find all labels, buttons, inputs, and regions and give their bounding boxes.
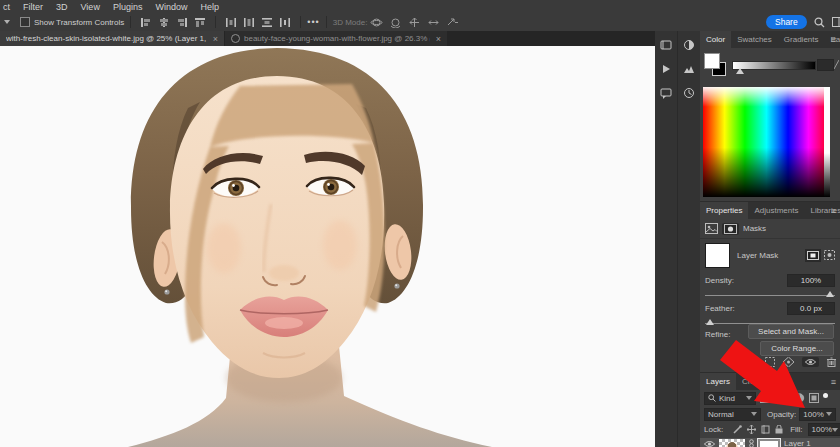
select-and-mask-button[interactable]: Select and Mask...	[748, 324, 834, 339]
align-top-edges-icon[interactable]	[194, 17, 206, 28]
document-tab-inactive[interactable]: beauty-face-young-woman-with-flower.jpg …	[225, 31, 447, 46]
3d-pan-icon[interactable]	[408, 17, 421, 28]
density-label: Density:	[705, 276, 734, 285]
menu-item-3d[interactable]: 3D	[56, 2, 68, 12]
color-spectrum[interactable]	[703, 87, 830, 197]
history-state-icon[interactable]	[683, 87, 695, 99]
menu-item-plugins[interactable]: Plugins	[113, 2, 143, 12]
feather-value[interactable]: 0.0 px	[787, 302, 835, 315]
3d-zoom-icon[interactable]	[446, 17, 459, 28]
tool-preset-caret-icon[interactable]	[4, 20, 10, 24]
color-ramp-handle[interactable]	[736, 68, 744, 74]
align-right-edges-icon[interactable]	[176, 17, 188, 28]
invert-mask-icon[interactable]	[824, 250, 835, 260]
align-left-edges-icon[interactable]	[140, 17, 152, 28]
tab-color[interactable]: Color	[700, 31, 731, 48]
3d-slide-icon[interactable]	[427, 17, 440, 28]
select-mask-icon[interactable]	[805, 249, 821, 262]
grayscale-strip[interactable]	[824, 87, 830, 197]
layer-thumbnail[interactable]	[719, 439, 745, 447]
notes-panel-icon[interactable]	[660, 87, 672, 99]
masks-header-row: Masks	[700, 219, 840, 239]
layer-mask-row: Layer Mask	[700, 240, 840, 270]
load-selection-from-mask-icon[interactable]	[765, 357, 775, 367]
distribute-vertical-icon[interactable]	[261, 17, 273, 28]
feather-slider-handle[interactable]	[706, 319, 714, 325]
layer-visibility-eye-icon[interactable]	[704, 440, 715, 447]
align-horizontal-centers-icon[interactable]	[158, 17, 170, 28]
show-transform-controls-checkbox[interactable]	[20, 17, 30, 27]
distribute-spacing-icon[interactable]	[279, 17, 291, 28]
distribute-left-icon[interactable]	[225, 17, 237, 28]
mask-properties-icon[interactable]	[722, 223, 739, 235]
layer-mask-thumbnail-selected[interactable]	[758, 439, 780, 447]
pixel-layer-properties-icon[interactable]	[705, 223, 718, 234]
opacity-label: Opacity:	[767, 410, 796, 419]
color-ramp-slider[interactable]	[732, 61, 816, 70]
tab-swatches[interactable]: Swatches	[731, 31, 778, 48]
blend-mode-dropdown[interactable]: Normal	[704, 408, 761, 421]
tab-layers[interactable]: Layers	[700, 373, 736, 390]
menu-item-filter[interactable]: Filter	[23, 2, 43, 12]
document-tab-active[interactable]: with-fresh-clean-skin-isolated-white.jpg…	[0, 31, 224, 46]
adjustments-panel-icon[interactable]	[683, 39, 695, 51]
layer-mask-thumbnail[interactable]	[705, 243, 730, 268]
search-icon	[708, 394, 716, 402]
density-slider-track[interactable]	[705, 295, 835, 296]
apply-mask-icon[interactable]	[783, 357, 794, 367]
divider	[326, 16, 327, 28]
lock-image-pixels-brush-icon[interactable]	[733, 425, 742, 434]
foreground-color-swatch[interactable]	[704, 53, 720, 69]
filter-adjustment-layers-icon[interactable]	[794, 393, 805, 403]
close-icon[interactable]: ×	[213, 34, 218, 44]
filter-pixel-layers-icon[interactable]	[760, 393, 772, 403]
3d-roll-icon[interactable]	[389, 17, 402, 28]
panel-menu-icon[interactable]: ≡	[831, 35, 836, 45]
lock-all-padlock-icon[interactable]	[775, 425, 783, 434]
tab-channels[interactable]: Channels	[736, 373, 782, 390]
menu-item-view[interactable]: View	[81, 2, 100, 12]
workspace-switcher-icon[interactable]	[832, 17, 840, 27]
lock-position-icon[interactable]	[747, 425, 756, 434]
delete-mask-trash-icon[interactable]	[827, 357, 836, 367]
menu-item-help[interactable]: Help	[200, 2, 219, 12]
blend-mode-row: Normal Opacity: 100%	[700, 406, 840, 422]
panel-menu-icon[interactable]: ≡	[831, 206, 836, 216]
layer-row-selected[interactable]: Layer 1	[700, 438, 840, 447]
3d-orbit-icon[interactable]	[370, 17, 383, 28]
lock-artboard-icon[interactable]	[761, 425, 770, 434]
opacity-value: 100%	[803, 410, 823, 419]
density-control: Density: 100%	[705, 274, 835, 296]
document-tab-bar: with-fresh-clean-skin-isolated-white.jpg…	[0, 31, 655, 46]
disable-mask-eye-icon[interactable]	[802, 357, 819, 367]
search-icon[interactable]	[814, 17, 825, 28]
history-panel-icon[interactable]	[660, 39, 672, 51]
collapsed-panels-strip	[655, 31, 700, 447]
distribute-center-icon[interactable]	[243, 17, 255, 28]
menu-item-select-partial[interactable]: ct	[3, 2, 10, 12]
close-icon[interactable]: ×	[436, 34, 441, 44]
libraries-panel-icon[interactable]	[683, 63, 695, 75]
canvas-area[interactable]	[0, 46, 655, 447]
tab-gradients[interactable]: Gradients	[778, 31, 825, 48]
document-tab-title: beauty-face-young-woman-with-flower.jpg …	[244, 34, 430, 43]
tab-properties[interactable]: Properties	[700, 202, 748, 219]
density-slider-handle[interactable]	[826, 291, 834, 297]
document-tab-title: with-fresh-clean-skin-isolated-white.jpg…	[6, 34, 207, 43]
actions-panel-icon[interactable]	[660, 63, 672, 75]
density-value[interactable]: 100%	[787, 274, 835, 287]
layer-filter-kind-dropdown[interactable]: Kind	[704, 392, 756, 405]
panel-menu-icon[interactable]: ≡	[831, 377, 836, 387]
mask-actions-row	[765, 357, 836, 367]
filter-toggle-dot-icon[interactable]	[823, 393, 828, 398]
filter-shape-layers-icon[interactable]	[809, 393, 819, 403]
opacity-dropdown[interactable]: 100%	[799, 408, 836, 421]
fill-dropdown[interactable]: 100%	[808, 423, 840, 436]
color-range-button[interactable]: Color Range...	[760, 341, 834, 356]
foreground-background-swatches[interactable]	[704, 53, 728, 79]
menu-item-window[interactable]: Window	[155, 2, 187, 12]
color-value-field[interactable]	[817, 59, 834, 71]
share-button[interactable]: Share	[766, 15, 807, 29]
more-align-options-button[interactable]: •••	[307, 17, 319, 27]
tab-adjustments[interactable]: Adjustments	[748, 202, 804, 219]
